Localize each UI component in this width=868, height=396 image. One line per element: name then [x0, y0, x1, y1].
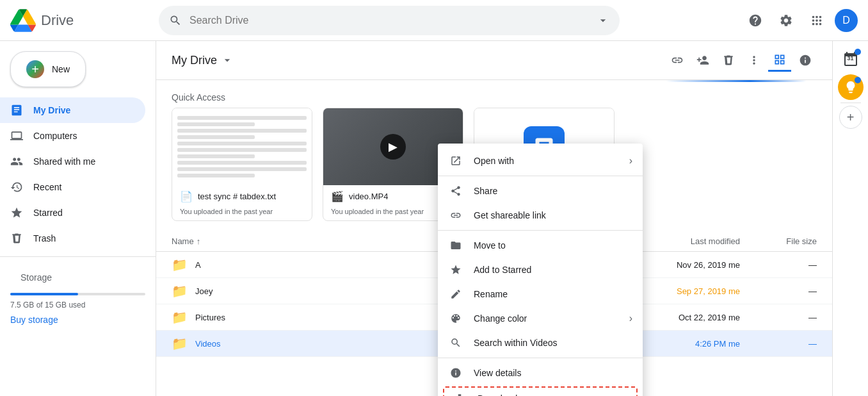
- file-size: —: [740, 260, 817, 270]
- quick-card-doc[interactable]: 📄 test sync # tabdex.txt You uploaded in…: [172, 108, 312, 221]
- calendar-button[interactable]: 31: [838, 46, 864, 72]
- menu-divider-2: [438, 230, 643, 231]
- search-bar[interactable]: [159, 6, 620, 35]
- change-color-arrow: ›: [629, 313, 632, 324]
- file-size: —: [740, 339, 817, 349]
- download-label: Download: [478, 393, 629, 396]
- sidebar-item-shared[interactable]: Shared with me: [0, 149, 145, 174]
- sidebar-item-recent[interactable]: Recent: [0, 174, 145, 200]
- sidebar: + New My Drive Computers Shared with me …: [0, 41, 156, 396]
- sidebar-item-starred[interactable]: Starred: [0, 200, 145, 226]
- new-button-label: New: [52, 64, 70, 74]
- open-with-arrow: ›: [629, 155, 632, 167]
- search-dropdown-icon[interactable]: [597, 14, 609, 27]
- new-plus-icon: +: [26, 60, 44, 78]
- help-button[interactable]: [743, 8, 768, 33]
- right-panel-divider: [840, 103, 861, 103]
- context-menu: Open with › Share Get shareable link: [438, 144, 643, 396]
- doc-file-icon: 📄: [180, 190, 193, 202]
- doc-card-sub: You uploaded in the past year: [172, 208, 312, 220]
- menu-item-open-with[interactable]: Open with ›: [438, 149, 643, 173]
- get-link-label: Get shareable link: [474, 210, 632, 220]
- menu-item-get-link[interactable]: Get shareable link: [438, 203, 643, 227]
- grid-view-button[interactable]: [768, 49, 791, 72]
- starred-icon: [10, 206, 23, 219]
- menu-item-view-details[interactable]: View details: [438, 361, 643, 385]
- move-to-label: Move to: [474, 240, 632, 251]
- doc-thumbnail: [172, 108, 312, 185]
- sidebar-item-computers[interactable]: Computers: [0, 123, 145, 149]
- open-with-icon: [448, 155, 463, 167]
- get-link-icon: [448, 210, 463, 221]
- menu-item-change-color[interactable]: Change color ›: [438, 306, 643, 331]
- col-header-size: File size: [740, 236, 817, 246]
- header-actions: [666, 49, 817, 72]
- apps-button[interactable]: [804, 8, 830, 33]
- sidebar-item-starred-label: Starred: [33, 208, 63, 218]
- share-icon: [448, 185, 463, 197]
- more-options-button[interactable]: [743, 49, 766, 72]
- recent-icon: [10, 181, 23, 194]
- add-app-button[interactable]: +: [839, 106, 862, 129]
- sidebar-item-my-drive[interactable]: My Drive: [0, 97, 145, 123]
- info-button[interactable]: [794, 49, 817, 72]
- storage-bar-fill: [10, 293, 78, 295]
- menu-divider: [438, 176, 643, 176]
- search-within-icon: [448, 337, 463, 349]
- sidebar-item-shared-label: Shared with me: [33, 156, 95, 167]
- keep-notification-badge: [855, 77, 861, 83]
- add-people-button[interactable]: [691, 49, 714, 72]
- add-starred-icon: [448, 264, 463, 276]
- calendar-notification-badge: [855, 49, 861, 55]
- quick-access-label: Quick Access: [156, 82, 832, 108]
- doc-card-name: test sync # tabdex.txt: [198, 192, 304, 201]
- menu-item-download[interactable]: Download: [443, 386, 638, 396]
- change-color-label: Change color: [474, 313, 619, 324]
- content-area: My Drive: [156, 41, 832, 396]
- file-name: A: [195, 260, 201, 270]
- menu-item-add-starred[interactable]: Add to Starred: [438, 258, 643, 282]
- view-details-label: View details: [474, 368, 632, 378]
- rename-label: Rename: [474, 289, 632, 299]
- settings-button[interactable]: [773, 8, 799, 33]
- video-file-icon: 🎬: [331, 190, 344, 202]
- view-details-icon: [448, 367, 463, 379]
- open-with-label: Open with: [474, 156, 619, 166]
- folder-icon: 📁: [172, 257, 188, 272]
- folder-icon: 📁: [172, 336, 188, 351]
- file-size: —: [740, 286, 817, 296]
- play-button-icon: ▶: [380, 134, 406, 160]
- change-color-icon: [448, 313, 463, 324]
- shared-icon: [10, 155, 23, 168]
- rename-icon: [448, 288, 463, 300]
- user-avatar[interactable]: D: [835, 9, 858, 32]
- delete-button[interactable]: [717, 49, 740, 72]
- move-to-icon: [448, 240, 463, 251]
- buy-storage-link[interactable]: Buy storage: [10, 315, 145, 325]
- menu-item-share[interactable]: Share: [438, 179, 643, 203]
- storage-text: 7.5 GB of 15 GB used: [10, 301, 145, 309]
- keep-notes-button[interactable]: [838, 74, 864, 100]
- sidebar-item-trash[interactable]: Trash: [0, 226, 145, 251]
- menu-divider-3: [438, 358, 643, 358]
- menu-item-move-to[interactable]: Move to: [438, 233, 643, 258]
- search-input[interactable]: [189, 15, 589, 26]
- content-header: My Drive: [156, 41, 832, 80]
- storage-bar-background: [10, 293, 145, 295]
- menu-item-search-within[interactable]: Search within Videos: [438, 331, 643, 355]
- search-within-label: Search within Videos: [474, 338, 632, 348]
- google-drive-logo: [10, 8, 36, 33]
- drive-dropdown-icon[interactable]: [221, 54, 234, 67]
- file-name: Pictures: [195, 313, 225, 322]
- storage-section: Storage 7.5 GB of 15 GB used Buy storage: [0, 262, 156, 330]
- my-drive-icon: [10, 104, 23, 117]
- right-panel: 31 +: [832, 41, 868, 396]
- sidebar-item-computers-label: Computers: [33, 131, 77, 141]
- menu-item-rename[interactable]: Rename: [438, 282, 643, 306]
- download-icon: [452, 393, 467, 396]
- get-link-button[interactable]: [666, 49, 689, 72]
- app-title: Drive: [41, 12, 74, 29]
- storage-header: Storage: [10, 267, 145, 288]
- new-button[interactable]: + New: [10, 51, 86, 87]
- sidebar-item-my-drive-label: My Drive: [33, 105, 70, 115]
